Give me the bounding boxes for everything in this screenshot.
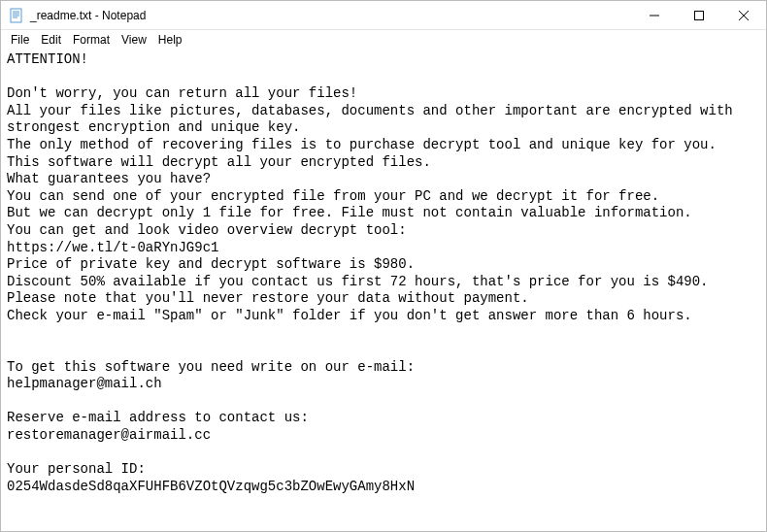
menu-format[interactable]: Format <box>67 32 116 48</box>
window-title: _readme.txt - Notepad <box>30 9 632 22</box>
notepad-window: _readme.txt - Notepad File Edit <box>0 0 767 532</box>
menu-edit[interactable]: Edit <box>35 32 67 48</box>
notepad-icon <box>9 8 24 23</box>
titlebar: _readme.txt - Notepad <box>1 1 766 30</box>
menu-help[interactable]: Help <box>152 32 188 48</box>
menubar: File Edit Format View Help <box>1 30 766 50</box>
close-button[interactable] <box>721 1 766 29</box>
menu-view[interactable]: View <box>116 32 152 48</box>
window-controls <box>632 1 766 29</box>
text-content[interactable]: ATTENTION! Don't worry, you can return a… <box>1 50 766 531</box>
minimize-button[interactable] <box>632 1 677 29</box>
menu-file[interactable]: File <box>5 32 35 48</box>
maximize-button[interactable] <box>677 1 721 29</box>
svg-rect-6 <box>695 11 704 19</box>
